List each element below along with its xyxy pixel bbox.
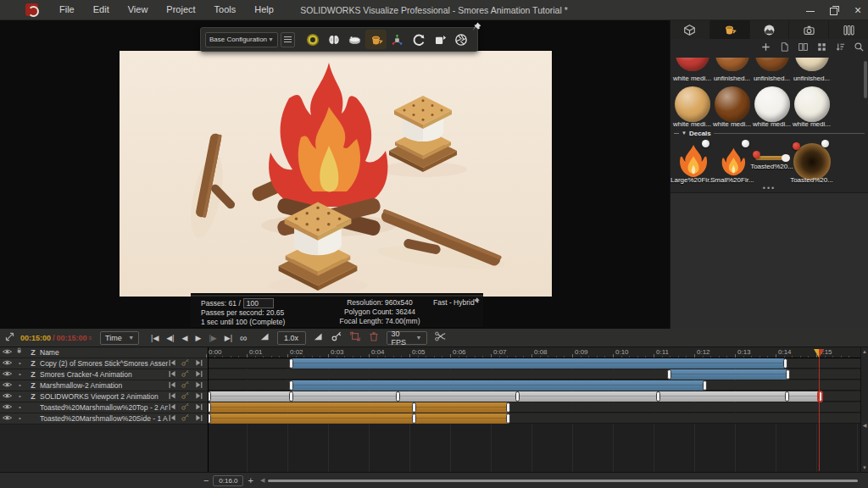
lock-dot-icon[interactable]: • (14, 369, 26, 380)
step-forward-button[interactable]: |▶ (209, 330, 216, 347)
resize-diagonal-icon[interactable] (4, 330, 15, 346)
prev-keyframe-icon[interactable] (168, 411, 177, 426)
keyframe-pill[interactable] (289, 391, 293, 402)
visibility-eye-icon[interactable] (0, 380, 14, 391)
flip-keyframe-icon[interactable] (349, 330, 361, 346)
keyframe-pill[interactable] (506, 413, 510, 424)
ease-curve-icon[interactable]: Z (26, 380, 40, 391)
keyframe-pill[interactable] (208, 413, 211, 424)
menu-item-project[interactable]: Project (157, 0, 204, 19)
step-back-button[interactable]: ◀| (166, 330, 174, 347)
lock-dot-icon[interactable]: • (14, 358, 26, 369)
render-image[interactable] (120, 51, 552, 297)
keyframe-pill[interactable] (785, 391, 789, 402)
visibility-eye-icon[interactable] (0, 402, 14, 413)
appearances-tab[interactable] (710, 20, 750, 39)
move-object-icon[interactable] (387, 30, 408, 49)
timeline-lanes[interactable] (208, 358, 860, 472)
visibility-eye-icon[interactable] (0, 369, 14, 380)
keyframe-pill[interactable] (289, 380, 293, 391)
keyframe-pill[interactable] (703, 380, 707, 391)
lock-dot-icon[interactable]: • (14, 380, 26, 391)
models-tab[interactable] (670, 20, 710, 39)
restore-icon[interactable] (829, 5, 839, 15)
flip-cube-icon[interactable] (429, 30, 450, 49)
zoom-out-button[interactable]: − (203, 475, 209, 485)
animation-bar[interactable] (291, 358, 785, 369)
timeline-vertical-scrollbar[interactable]: ▲ ◀ ▼ (860, 347, 868, 472)
decals-section-header[interactable]: ▼ Decals (674, 129, 865, 137)
turntable-icon[interactable] (344, 30, 365, 49)
time-mode-dropdown[interactable]: Time ▼ (100, 331, 139, 345)
split-icon[interactable] (798, 41, 809, 56)
keyframe-pill[interactable] (783, 358, 787, 369)
render-ring-icon[interactable] (302, 30, 323, 49)
camera-aperture-icon[interactable] (450, 30, 471, 49)
animation-bar[interactable] (669, 369, 787, 380)
timeline-scale-input[interactable]: 0:16.0 (213, 475, 243, 486)
appearance-swatch[interactable]: white medi... (792, 83, 832, 129)
timeline-ruler[interactable]: 0:000:010:020:030:040:050:060:070:080:09… (208, 347, 860, 358)
zoom-in-button[interactable]: + (248, 475, 253, 485)
menu-item-tools[interactable]: Tools (205, 0, 246, 19)
animation-bar[interactable] (209, 402, 509, 413)
keyframe-pill[interactable] (786, 369, 790, 380)
appearance-swatch[interactable]: unfinished... (752, 58, 792, 83)
decal-thumbnail[interactable]: Toasted%20... (792, 138, 832, 186)
playback-speed-input[interactable]: 1.0x (277, 331, 306, 345)
next-keyframe-icon[interactable] (194, 411, 203, 426)
go-to-start-button[interactable]: |◀ (151, 330, 159, 347)
lock-dot-icon[interactable]: • (14, 391, 26, 402)
environments-tab[interactable] (750, 20, 790, 39)
ease-curve-icon[interactable]: Z (26, 369, 40, 380)
menu-item-edit[interactable]: Edit (84, 0, 119, 19)
visibility-eye-icon[interactable] (0, 358, 14, 369)
search-icon[interactable] (854, 41, 865, 56)
scroll-up-icon[interactable]: ▲ (861, 349, 868, 354)
keyframe-pill[interactable] (289, 358, 293, 369)
denoiser-brain-icon[interactable] (323, 30, 344, 49)
rotate-icon[interactable] (408, 30, 429, 49)
appearance-swatch[interactable]: unfinished... (712, 58, 752, 83)
libraries-tab[interactable] (829, 20, 868, 39)
configuration-menu-icon[interactable] (281, 32, 295, 47)
track-lane[interactable] (209, 358, 860, 369)
configuration-select[interactable]: Base Configuration ▼ (205, 32, 278, 47)
appearance-swatch[interactable]: unfinished... (792, 58, 832, 83)
visibility-eye-icon[interactable] (0, 413, 14, 424)
thumbs-icon[interactable] (816, 41, 827, 56)
keyframe-pill[interactable] (208, 402, 211, 413)
go-to-end-button[interactable]: ▶| (225, 330, 232, 347)
loop-button[interactable]: ∞ (240, 330, 248, 347)
menu-item-help[interactable]: Help (245, 0, 283, 19)
viewport-3d[interactable]: Base Configuration ▼ Passes: 61 /100 Pas… (0, 20, 670, 329)
minimize-icon[interactable] (805, 5, 815, 15)
decal-thumbnail[interactable]: Large%20Fir... (672, 138, 712, 186)
ease-out-ramp-icon[interactable] (313, 330, 324, 346)
menu-item-file[interactable]: File (50, 0, 84, 19)
add-icon[interactable] (760, 41, 771, 56)
keyframe-pill[interactable] (515, 391, 520, 402)
visibility-eye-icon[interactable] (0, 391, 14, 402)
lock-dot-icon[interactable]: • (14, 413, 26, 424)
keyframe-pill[interactable] (412, 402, 416, 413)
keyframe-pill[interactable] (506, 402, 510, 413)
track-lane[interactable] (209, 369, 860, 380)
add-keyframe-icon[interactable] (331, 330, 342, 346)
playhead-marker[interactable] (813, 348, 825, 358)
keyframe-pill[interactable] (667, 369, 671, 380)
ease-in-ramp-icon[interactable] (259, 330, 270, 346)
appearance-swatch[interactable]: white medi... (752, 83, 792, 129)
keyframe-pill[interactable] (396, 391, 400, 402)
collapse-pane-icon[interactable]: ◀ (861, 422, 868, 428)
playhead-line[interactable] (819, 351, 820, 471)
lock-dot-icon[interactable]: • (14, 402, 26, 413)
animation-bar[interactable] (209, 413, 509, 424)
play-reverse-button[interactable]: ◀ (182, 330, 188, 347)
panel-splitter-handle[interactable]: ••• (670, 185, 868, 191)
pin-icon[interactable] (471, 297, 481, 308)
scroll-down-icon[interactable]: ▼ (861, 465, 868, 470)
fps-dropdown[interactable]: 30 FPS ▼ (387, 331, 427, 345)
track-row[interactable]: •Toasted%20Marshmallow%20Side - 1 Animat… (0, 413, 208, 424)
close-icon[interactable]: × (853, 5, 863, 15)
